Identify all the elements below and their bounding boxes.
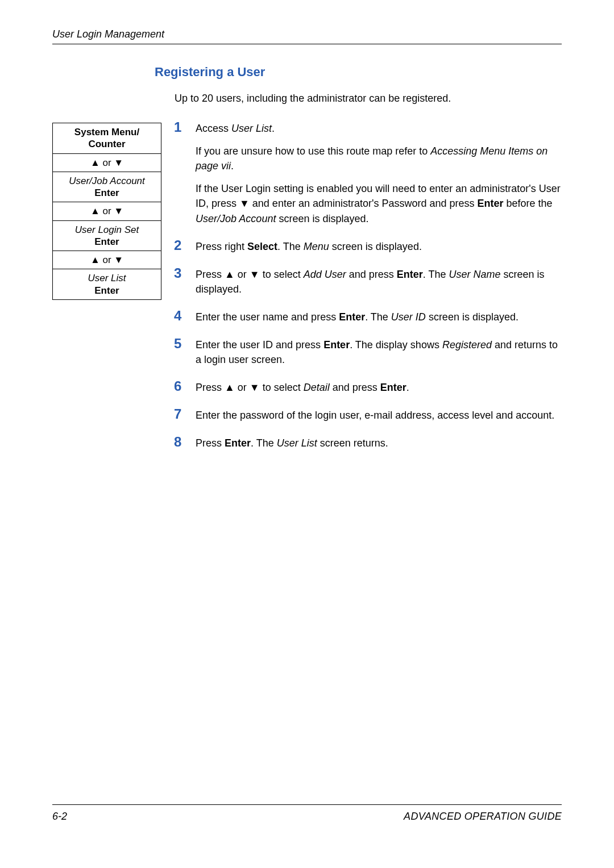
header-rule [52, 44, 562, 44]
step-body: Press right Select. The Menu screen is d… [196, 239, 562, 254]
step-paragraph: If you are unsure how to use this route … [196, 144, 562, 173]
nav-cell: System Menu/ Counter [53, 123, 161, 154]
text-run: Enter the password of the login user, e-… [196, 410, 554, 421]
step-body: Enter the user name and press Enter. The… [196, 310, 562, 324]
step: 4Enter the user name and press Enter. Th… [174, 308, 562, 324]
step-paragraph: Press right Select. The Menu screen is d… [196, 239, 562, 254]
text-run: before the [504, 198, 553, 209]
step: 5Enter the user ID and press Enter. The … [174, 336, 562, 367]
text-run: . The [365, 311, 391, 323]
text-run: screen returns. [317, 437, 388, 449]
nav-cell: ▲ or ▼ [53, 202, 161, 220]
nav-cell: User List Enter [53, 269, 161, 300]
text-run: screen is displayed. [426, 311, 518, 323]
section-intro: Up to 20 users, including the administra… [175, 91, 562, 106]
nav-text: User List [88, 273, 126, 283]
nav-text: Enter [94, 236, 119, 247]
chapter-header: User Login Management [52, 28, 562, 40]
nav-text: User/Job Account [69, 176, 145, 186]
text-run: screen is displayed. [329, 241, 422, 252]
text-run: Press ▲ or ▼ to select [196, 382, 304, 393]
text-run: Add User [304, 269, 346, 280]
text-run: User ID [391, 311, 426, 323]
step-number: 1 [174, 119, 196, 135]
step-body: Access User List.If you are unsure how t… [196, 121, 562, 226]
text-run: and press [346, 269, 397, 280]
step-body: Press ▲ or ▼ to select Add User and pres… [196, 267, 562, 297]
text-run: Enter [339, 311, 365, 323]
up-down-icon: ▲ or ▼ [90, 254, 123, 265]
text-run: If you are unsure how to use this route … [196, 145, 430, 157]
step-body: Enter the user ID and press Enter. The d… [196, 337, 562, 367]
up-down-icon: ▲ or ▼ [90, 157, 123, 168]
step-body: Press Enter. The User List screen return… [196, 436, 562, 450]
text-run: . [406, 382, 409, 393]
text-run: User Name [449, 269, 501, 280]
text-run: . The [251, 437, 277, 449]
step: 7Enter the password of the login user, e… [174, 406, 562, 423]
nav-text: System Menu/ [74, 127, 139, 137]
footer-rule [52, 804, 562, 805]
step-paragraph: Press ▲ or ▼ to select Add User and pres… [196, 267, 562, 297]
text-run: . [231, 160, 234, 172]
step-paragraph: Press Enter. The User List screen return… [196, 436, 562, 450]
page-footer: 6-2 ADVANCED OPERATION GUIDE [52, 804, 562, 823]
nav-cell: User/Job Account Enter [53, 172, 161, 202]
text-run: Enter [323, 339, 350, 350]
nav-text: Counter [88, 139, 125, 149]
text-run: . [272, 123, 275, 134]
page-number: 6-2 [52, 811, 67, 823]
step: 1Access User List.If you are unsure how … [174, 119, 562, 226]
steps-list: 1Access User List.If you are unsure how … [174, 119, 562, 462]
text-run: and press [330, 382, 380, 393]
up-down-icon: ▲ or ▼ [90, 206, 123, 216]
step: 8Press Enter. The User List screen retur… [174, 434, 562, 450]
step-body: Press ▲ or ▼ to select Detail and press … [196, 380, 562, 395]
text-run: User List [231, 123, 272, 134]
text-run: Registered [442, 339, 492, 350]
nav-text: Enter [94, 187, 119, 198]
step-number: 2 [174, 237, 196, 253]
text-run: Enter [225, 437, 251, 449]
text-run: Menu [304, 241, 329, 252]
nav-text: Enter [94, 285, 119, 296]
text-run: . The [277, 241, 304, 252]
nav-cell: ▲ or ▼ [53, 251, 161, 269]
step-paragraph: Enter the user name and press Enter. The… [196, 310, 562, 324]
text-run: Detail [304, 382, 330, 393]
text-run: Enter [397, 269, 423, 280]
nav-text: User Login Set [75, 224, 139, 235]
text-run: Select [247, 241, 277, 252]
guide-name: ADVANCED OPERATION GUIDE [404, 811, 562, 823]
step-number: 8 [174, 434, 196, 450]
route-map-table: System Menu/ Counter ▲ or ▼ User/Job Acc… [52, 123, 161, 300]
step-number: 5 [174, 336, 196, 352]
step-paragraph: Press ▲ or ▼ to select Detail and press … [196, 380, 562, 395]
step-body: Enter the password of the login user, e-… [196, 408, 562, 423]
text-run: Enter the user ID and press [196, 339, 323, 350]
step-number: 6 [174, 378, 196, 394]
text-run: User List [277, 437, 317, 449]
step: 6Press ▲ or ▼ to select Detail and press… [174, 378, 562, 395]
nav-cell: User Login Set Enter [53, 220, 161, 251]
text-run: Access [196, 123, 231, 134]
step: 2Press right Select. The Menu screen is … [174, 237, 562, 254]
text-run: . The [423, 269, 449, 280]
step-paragraph: If the User Login setting is enabled you… [196, 181, 562, 226]
text-run: Press ▲ or ▼ to select [196, 269, 304, 280]
nav-cell: ▲ or ▼ [53, 153, 161, 172]
step: 3Press ▲ or ▼ to select Add User and pre… [174, 265, 562, 297]
step-number: 7 [174, 406, 196, 422]
step-paragraph: Enter the password of the login user, e-… [196, 408, 562, 423]
text-run: Press [196, 437, 225, 449]
text-run: . The display shows [350, 339, 442, 350]
section-title: Registering a User [155, 65, 562, 80]
text-run: Enter [380, 382, 406, 393]
step-paragraph: Enter the user ID and press Enter. The d… [196, 337, 562, 367]
text-run: screen is displayed. [276, 213, 368, 224]
step-paragraph: Access User List. [196, 121, 562, 136]
step-number: 4 [174, 308, 196, 324]
text-run: Enter [477, 198, 503, 209]
text-run: Enter the user name and press [196, 311, 339, 323]
step-number: 3 [174, 265, 196, 281]
